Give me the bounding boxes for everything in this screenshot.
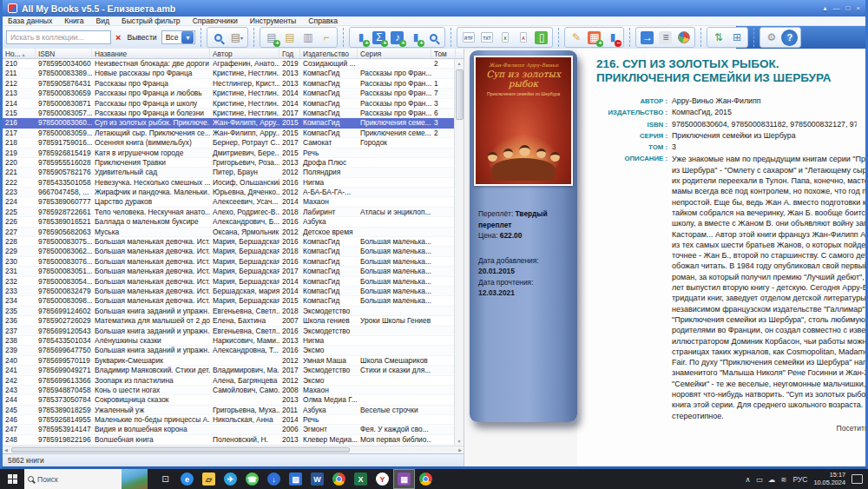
table-row[interactable]: 2219785905782176Удивительный садПитер, Б… xyxy=(3,168,464,177)
table-row[interactable]: 2419785699049271Владимир Маяковский. Сти… xyxy=(3,366,464,375)
photos-app-icon[interactable]: ▨ xyxy=(285,469,306,489)
table-row[interactable]: 2229785433501058Невезучка. Несколько сме… xyxy=(3,178,464,188)
close-icon[interactable]: × xyxy=(856,4,860,12)
wifi-icon[interactable]: ≋ xyxy=(780,475,786,484)
minimize-icon[interactable]: — xyxy=(832,4,839,12)
table-row[interactable]: 2199785926815419Катя в игрушечном городе… xyxy=(3,149,464,158)
book-cover[interactable]: Жан-Филипп Арру-Виньо Суп из золотых рыб… xyxy=(474,56,573,186)
table-row[interactable]: 2449785373050784Сокровищница сказок2013О… xyxy=(3,395,464,405)
downloads-icon[interactable]: ↓ xyxy=(263,469,285,489)
start-button[interactable] xyxy=(0,469,24,489)
add-audiobook-icon[interactable]: ♪+ xyxy=(389,30,405,46)
restore-icon[interactable]: □ xyxy=(845,4,850,12)
search-input[interactable] xyxy=(6,30,111,44)
column-header-6[interactable]: Серия xyxy=(358,49,431,58)
table-row[interactable]: 231978500083051...Большая маленькая дево… xyxy=(3,267,464,276)
search-collection-icon[interactable] xyxy=(210,30,227,46)
add-ebook-icon[interactable]: ▮+ xyxy=(407,30,424,46)
vscroll-thumb[interactable] xyxy=(456,69,464,120)
export-excel-icon[interactable]: X xyxy=(496,30,513,46)
add-book-icon[interactable]: ▮+ xyxy=(352,30,369,46)
menu-item-справка[interactable]: Справка xyxy=(308,17,338,25)
table-row[interactable]: 2469785926814955Маленькие по-беды принце… xyxy=(3,415,464,425)
menu-item-инструменты[interactable]: Инструменты xyxy=(250,17,297,25)
delete-book-icon[interactable]: ▮− xyxy=(604,30,621,46)
new-database-icon[interactable]: ▤+ xyxy=(263,30,279,46)
all-my-books-icon[interactable]: ▤ xyxy=(393,469,415,489)
table-row[interactable]: 2239667047458, ...Жирафчик и пандочка. М… xyxy=(3,188,464,197)
table-row[interactable]: 216978500083060...Суп из золотых рыбок. … xyxy=(3,118,464,128)
column-header-3[interactable]: Автор xyxy=(210,49,279,58)
table-row[interactable]: 2249785389060777Царство дураковАлексееви… xyxy=(3,197,464,207)
table-row[interactable]: 232978500083054...Большая маленькая дево… xyxy=(3,277,464,287)
book-webpage-link[interactable]: Посетить веб-страницу книги xyxy=(672,424,865,433)
statistics-icon[interactable] xyxy=(675,30,692,46)
compact-icon[interactable]: ▴ xyxy=(823,4,826,12)
chevron-down-icon[interactable]: ▼ xyxy=(181,31,194,43)
export-rtf-icon[interactable]: RTF xyxy=(460,30,477,46)
chrome-icon[interactable] xyxy=(328,469,350,489)
table-row[interactable]: 2129785905876431Рассказы про ФранцаНестл… xyxy=(3,79,464,89)
export-book-icon[interactable]: → xyxy=(639,30,655,46)
yandex-browser-icon[interactable]: Y xyxy=(372,469,393,489)
print-icon[interactable]: ≡ xyxy=(657,30,674,46)
edge-browser-icon[interactable]: e xyxy=(176,469,198,489)
search-book-online-icon[interactable] xyxy=(425,30,442,46)
table-row[interactable]: 2439785948870458Конь о шести ногахСамойл… xyxy=(3,386,464,395)
table-row[interactable]: 217978500083059...Летающий сыр. Приключе… xyxy=(3,129,464,138)
file-explorer-icon[interactable]: ▱ xyxy=(198,469,220,489)
column-header-0[interactable]: Но...▴ xyxy=(3,49,36,58)
export-pdf-icon[interactable]: A xyxy=(515,30,531,46)
table-row[interactable]: 234978500083098...Большая маленькая дево… xyxy=(3,296,464,306)
column-header-5[interactable]: Издательство xyxy=(300,49,358,58)
vertical-scrollbar[interactable]: ▲ ▼ xyxy=(454,59,464,446)
whatsapp-icon[interactable]: ☎ xyxy=(241,469,263,489)
scroll-down-icon[interactable]: ▼ xyxy=(457,437,462,446)
excel-icon[interactable]: X xyxy=(350,469,372,489)
language-indicator[interactable]: РУС xyxy=(792,475,807,484)
sort-icon[interactable]: ⇅ xyxy=(710,30,727,46)
add-book-series-icon[interactable]: Σ+ xyxy=(371,30,387,46)
device-icon[interactable]: ▭ xyxy=(756,475,763,484)
edit-book-icon[interactable]: ✎ xyxy=(568,30,584,46)
group-tree-icon[interactable]: ⊞ xyxy=(728,30,745,46)
table-row[interactable]: 230978500083076...Большая маленькая дево… xyxy=(3,257,464,267)
add-cover-icon[interactable]: ▦+ xyxy=(586,30,602,46)
table-row[interactable]: 2409785699570119Букварик-Смешарик2012Умн… xyxy=(3,356,464,366)
open-database-icon[interactable]: ▤ xyxy=(281,30,298,46)
horizontal-scrollbar[interactable]: ◀ ▶ xyxy=(3,446,464,453)
help-icon[interactable]: ? xyxy=(781,30,798,46)
clear-search-icon[interactable]: × xyxy=(115,30,121,44)
table-row[interactable]: 218978591759016...Осенняя книга (виммель… xyxy=(3,138,464,148)
hscroll-thumb[interactable] xyxy=(11,447,350,453)
export-txt-icon[interactable]: TXT xyxy=(478,30,495,46)
table-row[interactable]: 2139785000830659Рассказы про Франца и лю… xyxy=(3,89,464,98)
menu-item-вид[interactable]: Вид xyxy=(95,17,109,25)
password-key-icon[interactable]: ⌐ xyxy=(318,30,334,46)
database-tools-icon[interactable]: ▥ xyxy=(299,30,316,46)
table-row[interactable]: 229978500083062...Большая маленькая дево… xyxy=(3,247,464,256)
column-header-2[interactable]: Название xyxy=(92,49,210,58)
table-row[interactable]: 2209785955516028Приключения ТравкиГригор… xyxy=(3,158,464,168)
table-row[interactable]: 2459785389018259Ужаленный ужГригорьевна,… xyxy=(3,406,464,415)
table-row[interactable]: 2399785699647750Большая книга заданий и … xyxy=(3,346,464,355)
table-row[interactable]: 2369785902726029Математика для малышей о… xyxy=(3,316,464,326)
table-row[interactable]: 2379785699120543Большая книга заданий и … xyxy=(3,327,464,336)
table-row[interactable]: 228978500083075...Большая маленькая дево… xyxy=(3,237,464,247)
column-header-4[interactable]: Год xyxy=(279,49,300,58)
task-view-icon[interactable]: ⊡ xyxy=(155,469,176,489)
weather-widget[interactable] xyxy=(122,469,148,489)
export-mobile-icon[interactable]: ▯ xyxy=(533,30,549,46)
cloud-icon[interactable]: ☁ xyxy=(768,475,776,484)
clock[interactable]: 15:17 10.05.2024 xyxy=(813,472,845,486)
table-row[interactable]: 2279785905682063МуськаОксана, Ярмольник2… xyxy=(3,228,464,237)
table-row[interactable]: 2359785699124602Большая книга заданий и … xyxy=(3,307,464,316)
table-row[interactable]: 2489785919822196Волшебная книгаПоленовск… xyxy=(3,435,464,445)
table-row[interactable]: 215978500083057...Рассказы про Франца и … xyxy=(3,109,464,118)
table-row[interactable]: 2389785433501034Алёнушкины сказкиНаркисо… xyxy=(3,336,464,346)
menu-item-справочники[interactable]: Справочники xyxy=(193,17,238,25)
table-row[interactable]: 211978500083389...Новые рассказы про Фра… xyxy=(3,69,464,78)
chevron-up-icon[interactable]: ∧ xyxy=(746,475,751,484)
table-row[interactable]: 2259785928722661Тело человека. Нескучная… xyxy=(3,208,464,217)
menu-item-книга[interactable]: Книга xyxy=(64,17,83,25)
